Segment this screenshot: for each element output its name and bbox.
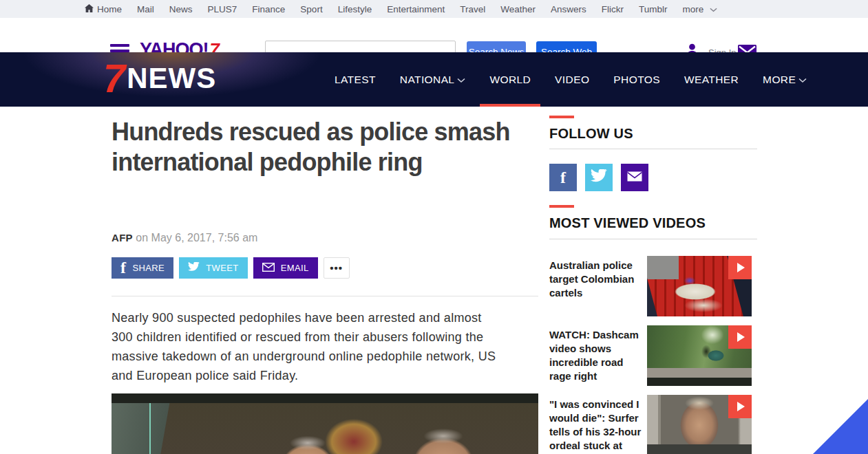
most-viewed-heading: MOST VIEWED VIDEOS <box>549 215 757 231</box>
video-list-item[interactable]: Australian police target Colombian carte… <box>549 256 757 316</box>
facebook-follow-button[interactable]: f <box>549 164 577 191</box>
video-list-item[interactable]: "I was convinced I would die": Surfer te… <box>549 395 757 454</box>
email-follow-button[interactable] <box>621 164 648 191</box>
more-share-options-button[interactable]: ••• <box>324 257 350 279</box>
article-byline: AFP on May 6, 2017, 7:56 am <box>112 232 257 244</box>
follow-us-heading: FOLLOW US <box>549 126 757 142</box>
section-accent-bar <box>549 205 574 208</box>
play-icon <box>728 325 752 349</box>
seven-news-logo[interactable]: 7 NEWS <box>103 61 216 96</box>
email-share-button[interactable]: EMAIL <box>253 257 318 279</box>
home-icon <box>85 4 94 14</box>
video-thumbnail <box>647 256 752 316</box>
play-icon <box>728 256 752 279</box>
nav-item-video[interactable]: VIDEO <box>555 52 589 107</box>
uni-header: Home Mail News PLUS7 Finance Sport Lifes… <box>0 0 868 18</box>
uni-link-flickr[interactable]: Flickr <box>594 4 631 14</box>
uni-link-lifestyle[interactable]: Lifestyle <box>330 4 380 14</box>
feedback-ribbon[interactable]: Feedback <box>813 399 868 454</box>
nav-item-more[interactable]: MORE <box>763 52 807 107</box>
uni-link-mail[interactable]: Mail <box>129 4 162 14</box>
chevron-down-icon <box>457 74 465 86</box>
uni-link-sport[interactable]: Sport <box>293 4 330 14</box>
video-title: Australian police target Colombian carte… <box>549 256 647 300</box>
article-lead-paragraph: Nearly 900 suspected pedophiles have bee… <box>112 308 500 385</box>
follow-us-social-row: f <box>549 164 648 191</box>
chevron-down-icon <box>710 4 717 14</box>
yahoo-header: YAHOO! 7 NEWS Search News Search Web Sig… <box>0 18 868 52</box>
uni-link-more[interactable]: more <box>675 4 726 14</box>
nav-item-latest[interactable]: LATEST <box>335 52 376 107</box>
uni-link-news[interactable]: News <box>162 4 200 14</box>
twitter-icon <box>188 262 200 274</box>
uni-link-finance[interactable]: Finance <box>244 4 293 14</box>
uni-link-entertainment[interactable]: Entertainment <box>379 4 452 14</box>
video-thumbnail <box>647 395 752 454</box>
nav-item-national[interactable]: NATIONAL <box>400 52 466 107</box>
twitter-follow-button[interactable] <box>585 164 613 191</box>
twitter-icon <box>591 169 607 186</box>
uni-link-answers[interactable]: Answers <box>543 4 594 14</box>
article-headline: Hundreds rescued as police smash interna… <box>112 117 514 177</box>
feedback-label: Feedback <box>829 363 865 398</box>
nav-item-weather[interactable]: WEATHER <box>684 52 739 107</box>
nav-item-photos[interactable]: PHOTOS <box>613 52 660 107</box>
facebook-icon: f <box>560 169 566 187</box>
site-nav-links: LATEST NATIONAL WORLD VIDEO PHOTOS WEATH… <box>335 52 807 107</box>
envelope-icon <box>626 171 643 185</box>
byline-author: AFP <box>112 232 133 244</box>
sidebar-divider <box>549 239 757 239</box>
section-accent-bar <box>549 116 574 118</box>
envelope-icon <box>262 263 275 274</box>
article-divider <box>112 296 538 296</box>
article-video-frame[interactable] <box>112 393 538 454</box>
tweet-button[interactable]: TWEET <box>179 257 248 279</box>
video-thumbnail <box>647 325 752 386</box>
video-title: WATCH: Dashcam video shows incredible ro… <box>549 325 647 383</box>
sidebar-divider <box>549 149 757 149</box>
uni-link-weather[interactable]: Weather <box>493 4 543 14</box>
nav-item-world[interactable]: WORLD <box>489 52 531 107</box>
chevron-down-icon <box>798 74 807 86</box>
byline-date: on May 6, 2017, 7:56 am <box>133 232 257 244</box>
video-list-item[interactable]: WATCH: Dashcam video shows incredible ro… <box>549 325 757 386</box>
video-title: "I was convinced I would die": Surfer te… <box>549 395 647 454</box>
facebook-icon: f <box>120 259 126 277</box>
uni-link-travel[interactable]: Travel <box>452 4 493 14</box>
most-viewed-video-list: Australian police target Colombian carte… <box>549 256 757 454</box>
share-row: f SHARE TWEET EMAIL ••• <box>112 257 350 279</box>
play-icon <box>728 395 752 418</box>
uni-link-plus7[interactable]: PLUS7 <box>200 4 245 14</box>
facebook-share-button[interactable]: f SHARE <box>112 257 173 279</box>
video-frame-top-bar <box>112 393 538 403</box>
uni-link-home[interactable]: Home <box>77 4 129 14</box>
uni-link-tumblr[interactable]: Tumblr <box>631 4 675 14</box>
site-nav: 7 NEWS LATEST NATIONAL WORLD VIDEO PHOTO… <box>0 52 868 107</box>
